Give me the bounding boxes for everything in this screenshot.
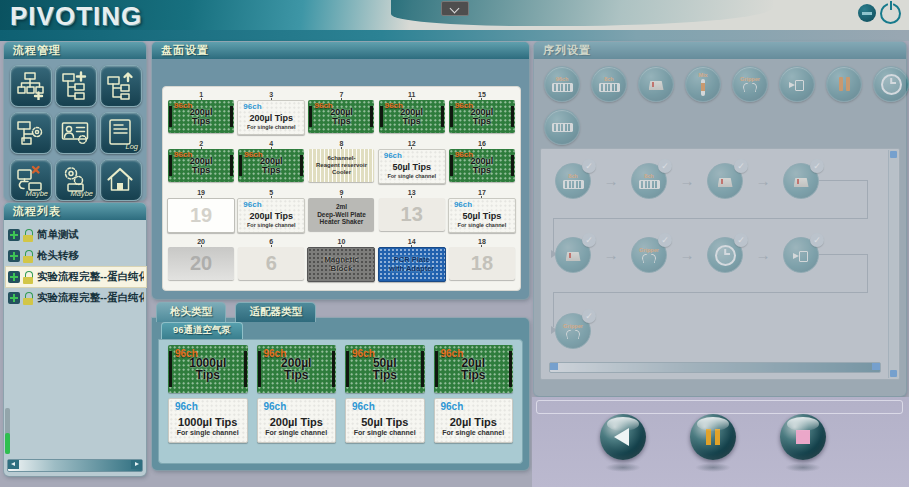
labware-tips-white[interactable]: 96ch50µl TipsFor single channel bbox=[345, 398, 425, 443]
labware-heater[interactable]: 2mlDeep-Well PlateHeater Shaker bbox=[308, 198, 374, 231]
deck-slot-10[interactable]: 10MagneticBlock bbox=[307, 238, 375, 286]
scroll-right-icon[interactable] bbox=[131, 460, 142, 469]
step-back-button[interactable] bbox=[600, 414, 646, 460]
deck-slot-11[interactable]: 1196ch200µlTips bbox=[378, 91, 446, 139]
scroll-left-icon[interactable] bbox=[8, 460, 19, 469]
labware-tips-green[interactable]: 96ch200µlTips bbox=[308, 100, 374, 133]
pause-control bbox=[690, 414, 736, 472]
deck-slot-1[interactable]: 196ch200µlTips bbox=[167, 91, 235, 139]
labware-tips-green[interactable]: 96ch1000µlTips bbox=[168, 345, 248, 393]
power-button[interactable] bbox=[880, 3, 901, 24]
slot-number: 18 bbox=[478, 238, 486, 247]
toolbar-button-label: Maybe bbox=[70, 189, 93, 198]
deck-slot-6[interactable]: 66 bbox=[237, 238, 305, 286]
labware-label: 6channel- bbox=[327, 155, 355, 162]
deck-slot-19[interactable]: 1919 bbox=[167, 189, 235, 237]
labware-tips-green[interactable]: 96ch200µlTips bbox=[449, 149, 515, 182]
flow-gear-icon bbox=[15, 117, 45, 151]
deck-slot-15[interactable]: 1596ch200µlTips bbox=[448, 91, 516, 139]
slot-number-large: 13 bbox=[401, 203, 423, 226]
labware-empty-white[interactable]: 19 bbox=[167, 198, 235, 233]
import-process-button[interactable] bbox=[100, 65, 142, 107]
labware-tips-green[interactable]: 96ch200µlTips bbox=[238, 149, 304, 182]
labware-tips-white[interactable]: 96ch50µl TipsFor single channel bbox=[378, 149, 446, 184]
deck-slot-2[interactable]: 296ch200µlTips bbox=[167, 140, 235, 188]
transport-button-row bbox=[600, 414, 826, 472]
labware-magnetic[interactable]: MagneticBlock bbox=[307, 247, 375, 282]
expand-plus-icon[interactable] bbox=[8, 229, 20, 241]
expand-plus-icon[interactable] bbox=[8, 271, 20, 283]
labware-empty[interactable]: 13 bbox=[379, 198, 445, 231]
home-button[interactable] bbox=[100, 159, 142, 201]
process-list-item[interactable]: 简单测试 bbox=[6, 225, 146, 245]
minimize-button[interactable] bbox=[858, 4, 876, 22]
expand-plus-icon[interactable] bbox=[8, 250, 20, 262]
disconnect-button[interactable]: Maybe bbox=[10, 159, 52, 201]
process-mgmt-panel: 流程管理 LogMaybeMaybe bbox=[4, 42, 146, 200]
toolbar-button-label: Maybe bbox=[25, 189, 48, 198]
labware-tips-white[interactable]: 96ch1000µl TipsFor single channel bbox=[168, 398, 248, 443]
pump-96ch-tab[interactable]: 96通道空气泵 bbox=[161, 322, 243, 339]
labware-empty-gray[interactable]: 20 bbox=[168, 247, 234, 280]
add-step-button[interactable] bbox=[55, 65, 97, 107]
labware-reservoir[interactable]: 6channel-Reagent reservoirCooler bbox=[308, 149, 374, 182]
system-settings-button[interactable]: Maybe bbox=[55, 159, 97, 201]
topbar: PIVOTING bbox=[0, 0, 909, 30]
labware-tips-white[interactable]: 96ch50µl TipsFor single channel bbox=[448, 198, 516, 233]
deck-slot-8[interactable]: 86channel-Reagent reservoirCooler bbox=[307, 140, 375, 188]
slot-number: 14 bbox=[408, 238, 416, 247]
labware-tips-white[interactable]: 96ch20µl TipsFor single channel bbox=[434, 398, 514, 443]
labware-empty[interactable]: 6 bbox=[238, 247, 304, 280]
list-mini-scrollbar[interactable] bbox=[5, 408, 10, 454]
labware-pcr[interactable]: PCR Platewith Adapter bbox=[378, 247, 446, 282]
labware-tips-green[interactable]: 96ch50µlTips bbox=[345, 345, 425, 393]
labware-label: Tips bbox=[373, 369, 397, 381]
labware-tips-green[interactable]: 96ch200µlTips bbox=[168, 100, 234, 133]
labware-tips-white[interactable]: 96ch200µl TipsFor single channel bbox=[257, 398, 337, 443]
deck-slot-20[interactable]: 2020 bbox=[167, 238, 235, 286]
deck-slot-13[interactable]: 1313 bbox=[378, 189, 446, 237]
deck-slot-9[interactable]: 92mlDeep-Well PlateHeater Shaker bbox=[307, 189, 375, 237]
deck-slot-18[interactable]: 1818 bbox=[448, 238, 516, 286]
process-list-item[interactable]: 枪头转移 bbox=[6, 246, 146, 266]
deck-slot-7[interactable]: 796ch200µlTips bbox=[307, 91, 375, 139]
button-reflection bbox=[605, 463, 641, 472]
deck-slot-12[interactable]: 1296ch50µl TipsFor single channel bbox=[378, 140, 446, 188]
process-list-item[interactable]: 实验流程完整--蛋白纯化 bbox=[6, 267, 146, 287]
deck-slot-14[interactable]: 14PCR Platewith Adapter bbox=[378, 238, 446, 286]
deck-slot-3[interactable]: 396ch200µl TipsFor single channel bbox=[237, 91, 305, 139]
log-button[interactable]: Log bbox=[100, 112, 142, 154]
toolbar-button-label: Log bbox=[125, 142, 138, 151]
labware-tips-green[interactable]: 96ch200µlTips bbox=[257, 345, 337, 393]
list-horizontal-scrollbar[interactable] bbox=[7, 459, 143, 472]
slot-number-large: 18 bbox=[471, 252, 493, 275]
slot-number: 6 bbox=[269, 238, 273, 247]
deck-slot-16[interactable]: 1696ch200µlTips bbox=[448, 140, 516, 188]
labware-tips-green[interactable]: 96ch200µlTips bbox=[449, 100, 515, 133]
expand-plus-icon[interactable] bbox=[8, 292, 20, 304]
pause-button[interactable] bbox=[690, 414, 736, 460]
stop-button[interactable] bbox=[780, 414, 826, 460]
user-settings-button[interactable] bbox=[55, 112, 97, 154]
labware-tips-white[interactable]: 96ch200µl TipsFor single channel bbox=[237, 198, 305, 233]
process-list-panel: 流程列表 简单测试枪头转移实验流程完整--蛋白纯化实验流程完整--蛋白纯化 1列… bbox=[4, 203, 146, 476]
deck-slot-5[interactable]: 596ch200µl TipsFor single channel bbox=[237, 189, 305, 237]
drawer-toggle-button[interactable] bbox=[441, 1, 469, 16]
deck-slot-4[interactable]: 496ch200µlTips bbox=[237, 140, 305, 188]
chevron-down-icon bbox=[450, 4, 460, 14]
new-process-button[interactable] bbox=[10, 65, 52, 107]
labware-empty[interactable]: 18 bbox=[449, 247, 515, 280]
labware-tips-green[interactable]: 96ch200µlTips bbox=[168, 149, 234, 182]
tip-type-tab[interactable]: 枪头类型 bbox=[156, 302, 226, 322]
labware-tips-green[interactable]: 96ch200µlTips bbox=[379, 100, 445, 133]
labware-tips-white[interactable]: 96ch200µl TipsFor single channel bbox=[237, 100, 305, 135]
labware-label: For single channel bbox=[458, 222, 507, 228]
labware-label: 96ch bbox=[352, 401, 375, 412]
adapter-type-tab[interactable]: 适配器类型 bbox=[235, 302, 316, 322]
labware-label: 96ch bbox=[384, 151, 402, 160]
labware-tips-green[interactable]: 96ch20µlTips bbox=[434, 345, 514, 393]
process-list-item[interactable]: 实验流程完整--蛋白纯化 1列 3 bbox=[6, 288, 146, 308]
deck-slot-17[interactable]: 1796ch50µl TipsFor single channel bbox=[448, 189, 516, 237]
process-settings-button[interactable] bbox=[10, 112, 52, 154]
labware-label: For single channel bbox=[247, 222, 296, 228]
